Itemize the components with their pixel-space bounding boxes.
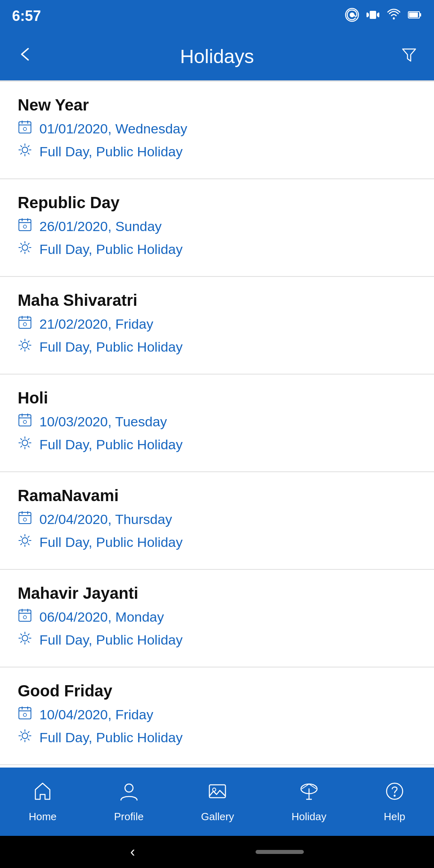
sun-icon [18, 143, 32, 161]
sun-icon [18, 729, 32, 747]
svg-line-34 [20, 243, 22, 244]
nav-label-home: Home [29, 811, 56, 823]
app-bar: Holidays [0, 32, 434, 80]
svg-point-16 [22, 147, 28, 153]
svg-line-22 [28, 153, 29, 154]
holiday-name: Holi [18, 389, 416, 407]
nav-item-home[interactable]: Home [29, 781, 56, 823]
gallery-icon [207, 781, 228, 807]
svg-point-54 [23, 420, 27, 424]
sun-icon [18, 533, 32, 551]
holiday-date-row: 26/01/2020, Sunday [18, 217, 416, 235]
svg-line-21 [20, 145, 22, 147]
holiday-date: 01/01/2020, Wednesday [39, 121, 187, 137]
svg-point-93 [23, 713, 27, 717]
svg-point-41 [23, 323, 27, 326]
holiday-list: New Year 01/01/2020, Wednesday [0, 82, 434, 768]
svg-rect-5 [368, 13, 369, 16]
holiday-item-republic-day[interactable]: Republic Day 26/01/2020, Sunday [0, 179, 434, 277]
svg-point-15 [23, 127, 27, 131]
svg-marker-11 [403, 49, 416, 61]
sun-icon [18, 631, 32, 649]
sun-icon [18, 436, 32, 454]
holiday-item-maha-shivaratri[interactable]: Maha Shivaratri 21/02/2020, Friday [0, 277, 434, 375]
holiday-type: Full Day, Public Holiday [39, 730, 183, 745]
svg-line-35 [28, 251, 29, 252]
holiday-item-new-year[interactable]: New Year 01/01/2020, Wednesday [0, 82, 434, 179]
nav-item-holiday[interactable]: Holiday [291, 781, 326, 823]
svg-point-105 [213, 788, 216, 791]
svg-line-88 [28, 634, 29, 635]
nav-item-help[interactable]: Help [384, 781, 405, 823]
bottom-navigation: Home Profile Gallery [0, 768, 434, 836]
svg-line-74 [28, 544, 29, 545]
svg-line-75 [28, 536, 29, 537]
holiday-type-row: Full Day, Public Holiday [18, 729, 416, 747]
svg-line-100 [28, 739, 29, 740]
holiday-date: 02/04/2020, Thursday [39, 512, 172, 527]
svg-rect-10 [409, 12, 418, 17]
holiday-type: Full Day, Public Holiday [39, 242, 183, 257]
svg-line-76 [20, 544, 22, 545]
profile-icon [119, 781, 139, 807]
holiday-icon [299, 781, 319, 807]
holiday-name: RamaNavami [18, 487, 416, 505]
holiday-type: Full Day, Public Holiday [39, 534, 183, 550]
holiday-item-mahavir-jayanti[interactable]: Mahavir Jayanti 06/04/2020, Monday [0, 570, 434, 667]
nav-item-profile[interactable]: Profile [114, 781, 144, 823]
holiday-type: Full Day, Public Holiday [39, 339, 183, 355]
svg-point-94 [22, 733, 28, 739]
back-button[interactable] [16, 45, 34, 67]
holiday-date: 06/04/2020, Monday [39, 609, 164, 625]
svg-line-50 [20, 348, 22, 350]
nav-label-help: Help [384, 811, 405, 823]
status-time: 6:57 [12, 8, 41, 25]
svg-point-108 [387, 783, 403, 799]
svg-point-29 [22, 245, 28, 250]
holiday-name: Republic Day [18, 194, 416, 212]
back-system-button[interactable]: ‹ [130, 843, 135, 860]
home-icon [32, 781, 53, 807]
holiday-date: 10/04/2020, Friday [39, 707, 154, 723]
holiday-item-holi[interactable]: Holi 10/03/2020, Tuesday [0, 375, 434, 472]
holiday-type-row: Full Day, Public Holiday [18, 436, 416, 454]
svg-point-80 [23, 616, 27, 619]
svg-line-86 [20, 634, 22, 635]
holiday-type: Full Day, Public Holiday [39, 437, 183, 452]
home-pill[interactable] [256, 850, 304, 854]
holiday-type-row: Full Day, Public Holiday [18, 143, 416, 161]
holiday-type-row: Full Day, Public Holiday [18, 631, 416, 649]
help-icon [384, 781, 405, 807]
filter-button[interactable] [400, 46, 418, 67]
holiday-date-row: 06/04/2020, Monday [18, 608, 416, 626]
holiday-date-row: 01/01/2020, Wednesday [18, 120, 416, 138]
calendar-icon [18, 608, 32, 626]
svg-rect-104 [209, 785, 225, 798]
battery-icon [407, 8, 422, 25]
svg-rect-4 [378, 12, 379, 17]
status-bar: 6:57 [0, 0, 434, 32]
at-icon [345, 8, 359, 25]
holiday-type-row: Full Day, Public Holiday [18, 338, 416, 356]
svg-line-61 [28, 446, 29, 447]
svg-point-7 [393, 17, 395, 19]
svg-point-55 [22, 440, 28, 446]
holiday-name: Maha Shivaratri [18, 291, 416, 309]
holiday-type: Full Day, Public Holiday [39, 632, 183, 648]
holiday-date: 26/01/2020, Sunday [39, 219, 162, 234]
holiday-item-ramanavami[interactable]: RamaNavami 02/04/2020, Thursday [0, 472, 434, 570]
status-icons [345, 8, 422, 25]
holiday-name: Good Friday [18, 682, 416, 700]
page-title: Holidays [180, 45, 254, 68]
svg-point-28 [23, 225, 27, 228]
svg-rect-6 [377, 13, 378, 16]
holiday-item-good-friday[interactable]: Good Friday 10/04/2020, Friday [0, 667, 434, 765]
svg-line-73 [20, 536, 22, 537]
svg-point-109 [393, 794, 395, 796]
svg-line-89 [20, 641, 22, 643]
holiday-date: 21/02/2020, Friday [39, 316, 154, 332]
nav-item-gallery[interactable]: Gallery [201, 781, 234, 823]
sun-icon [18, 338, 32, 356]
holiday-name: Mahavir Jayanti [18, 584, 416, 602]
svg-line-60 [20, 438, 22, 440]
